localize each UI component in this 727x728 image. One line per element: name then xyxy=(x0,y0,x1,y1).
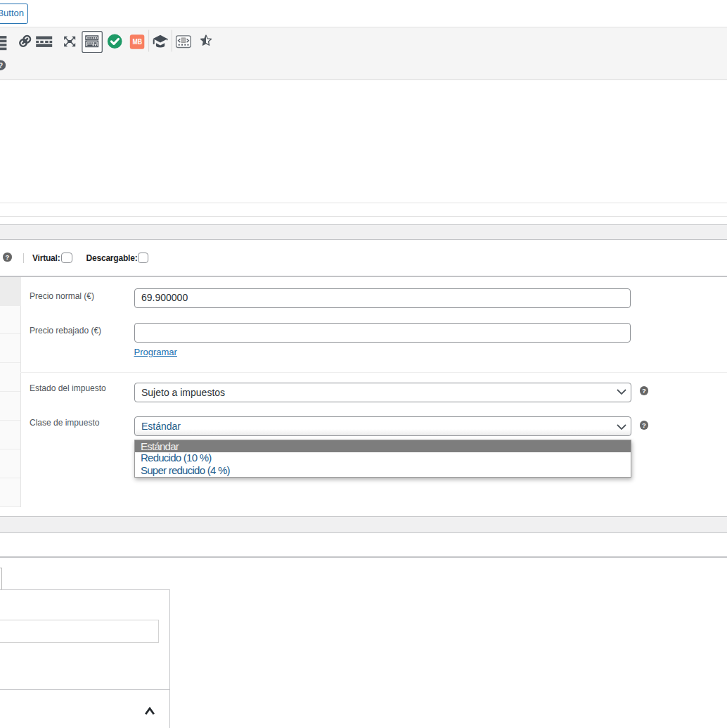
svg-text:?: ? xyxy=(0,61,3,70)
svg-text:MB: MB xyxy=(132,37,142,46)
